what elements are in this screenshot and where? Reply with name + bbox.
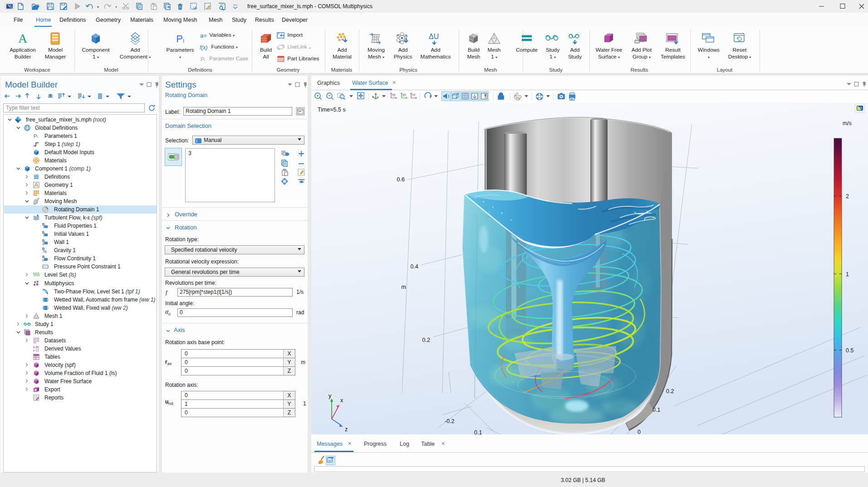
svg-text:m: m [402, 284, 406, 290]
svg-text:z: z [345, 426, 348, 433]
svg-text:D: D [42, 231, 44, 234]
svg-text:f(x): f(x) [200, 44, 207, 51]
svg-text:xy: xy [392, 93, 396, 97]
svg-text:x: x [340, 397, 343, 404]
svg-text:Pi: Pi [201, 56, 205, 63]
svg-text:▾: ▾ [115, 5, 117, 9]
svg-text:0.2: 0.2 [666, 388, 674, 394]
svg-text:D: D [42, 255, 44, 258]
svg-text:e-12: e-12 [33, 349, 39, 352]
svg-text:1: 1 [846, 271, 849, 278]
svg-text:0.1: 0.1 [652, 407, 660, 413]
svg-text:Pi: Pi [34, 133, 38, 139]
svg-text:-0.2: -0.2 [445, 418, 455, 424]
svg-text:yz: yz [402, 93, 406, 97]
svg-text:Time=5.5 s: Time=5.5 s [318, 107, 346, 113]
svg-text:0.4: 0.4 [411, 263, 418, 270]
svg-text:A: A [18, 32, 28, 45]
svg-text:2: 2 [846, 193, 849, 200]
svg-text:Pi: Pi [176, 33, 184, 44]
svg-text:0: 0 [638, 429, 641, 434]
svg-text:a=: a= [200, 32, 207, 39]
svg-text:D: D [42, 259, 44, 262]
svg-text:D: D [42, 239, 44, 242]
svg-text:0.1: 0.1 [474, 429, 482, 434]
svg-text:0.2: 0.2 [422, 337, 430, 343]
svg-text:D: D [42, 223, 44, 226]
svg-text:▾: ▾ [97, 5, 99, 9]
svg-text:0.5: 0.5 [846, 347, 853, 354]
svg-text:C: C [42, 243, 44, 245]
svg-text:y: y [329, 392, 332, 399]
svg-text:m/s: m/s [843, 120, 852, 127]
svg-text:0.6: 0.6 [397, 176, 405, 183]
svg-text:xz: xz [412, 93, 416, 97]
svg-text:D: D [42, 247, 44, 250]
svg-text:ΔU: ΔU [429, 33, 439, 40]
svg-text:8.85: 8.85 [33, 346, 39, 349]
